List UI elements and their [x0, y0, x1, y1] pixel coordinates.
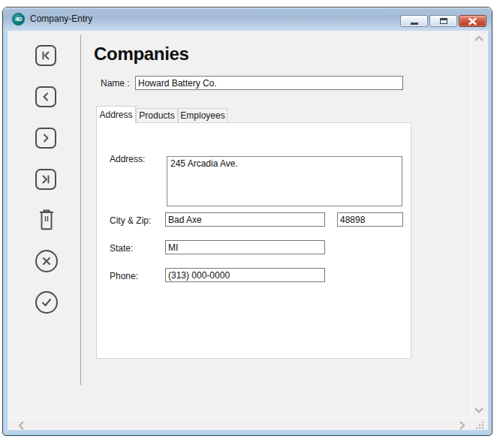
chevron-right-bar-icon — [40, 173, 52, 185]
close-button[interactable] — [459, 15, 486, 27]
first-record-button[interactable] — [35, 45, 56, 66]
zip-input[interactable] — [337, 212, 403, 227]
address-textarea[interactable]: 245 Arcadia Ave. — [167, 156, 402, 206]
address-tab-panel: Address: 245 Arcadia Ave. City & Zip: St… — [96, 122, 411, 359]
tab-employees[interactable]: Employees — [178, 108, 227, 122]
tab-employees-label: Employees — [180, 110, 224, 121]
tab-address-label: Address — [99, 110, 132, 120]
phone-label: Phone: — [110, 271, 138, 281]
window-content: Companies Name : Address Products Employ… — [8, 31, 488, 430]
cancel-button[interactable] — [35, 250, 58, 272]
window-controls — [400, 15, 486, 27]
vscroll-divider — [471, 31, 472, 418]
x-circle-icon — [41, 256, 52, 266]
next-record-button[interactable] — [35, 128, 56, 149]
tab-products[interactable]: Products — [136, 108, 178, 122]
resize-grip[interactable] — [474, 420, 484, 429]
page-title: Companies — [94, 44, 189, 65]
titlebar[interactable]: 4D Company-Entry — [3, 8, 492, 31]
state-label: State: — [110, 243, 133, 254]
check-circle-icon — [41, 297, 53, 308]
maximize-icon — [440, 18, 447, 24]
scroll-down-icon[interactable] — [474, 407, 484, 414]
address-label: Address: — [110, 154, 145, 164]
city-zip-label: City & Zip: — [110, 215, 151, 226]
chevron-left-icon — [40, 91, 52, 103]
trash-icon — [37, 209, 56, 232]
scroll-up-icon[interactable] — [474, 35, 484, 42]
close-icon — [468, 18, 477, 25]
tab-products-label: Products — [139, 110, 174, 121]
app-4d-icon: 4D — [12, 13, 25, 26]
minimize-icon — [411, 23, 418, 25]
last-record-button[interactable] — [35, 169, 56, 190]
name-label: Name : — [101, 78, 130, 89]
state-input[interactable] — [165, 240, 325, 254]
delete-record-button[interactable] — [37, 209, 56, 232]
previous-record-button[interactable] — [35, 86, 56, 107]
maximize-button[interactable] — [429, 15, 457, 27]
chevron-right-icon — [40, 132, 52, 144]
city-input[interactable] — [165, 212, 325, 227]
chevron-left-bar-icon — [40, 50, 52, 62]
window-title: Company-Entry — [30, 14, 92, 24]
scroll-right-icon[interactable] — [459, 420, 466, 430]
scroll-left-icon[interactable] — [17, 420, 25, 430]
accept-button[interactable] — [35, 291, 58, 314]
toolbar-divider — [80, 35, 81, 385]
phone-input[interactable] — [165, 268, 325, 282]
hscroll-divider — [8, 417, 488, 418]
company-entry-window: 4D Company-Entry — [2, 7, 492, 436]
desktop: 4D Company-Entry — [0, 0, 503, 448]
minimize-button[interactable] — [400, 15, 428, 27]
name-input[interactable] — [135, 76, 403, 90]
tab-address[interactable]: Address — [96, 106, 136, 123]
